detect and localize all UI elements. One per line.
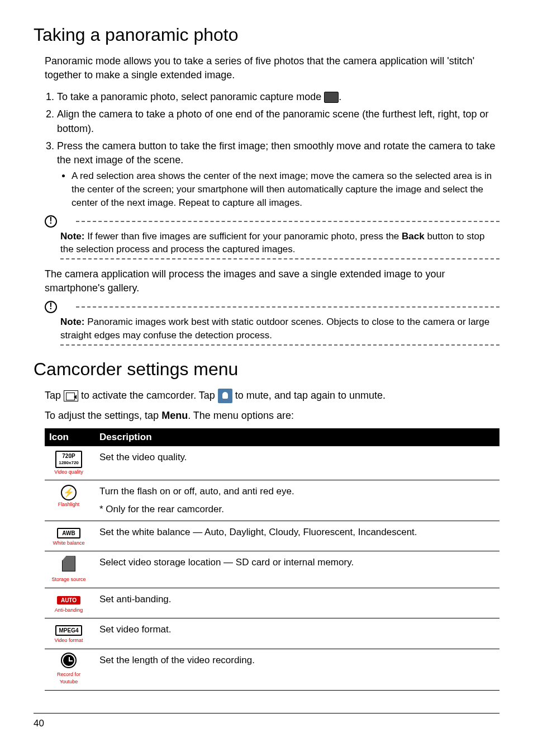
dash-line — [60, 344, 499, 346]
step-1-text-b: . — [339, 91, 341, 102]
icon-caption: Flashlight — [49, 501, 88, 508]
note1-back: Back — [402, 231, 425, 242]
badge-text: AWB — [57, 528, 80, 538]
intro-paragraph: Panoramic mode allows you to take a seri… — [45, 54, 499, 82]
icon-caption: Storage source — [49, 576, 88, 583]
dash-line — [60, 258, 499, 259]
badge-text: 720P — [62, 453, 75, 459]
icon-caption: White balance — [49, 540, 88, 547]
line1-c: to mute, and tap again to unmute. — [232, 390, 386, 401]
table-row: Record for Youtube Set the length of the… — [45, 649, 499, 690]
step-3-sublist: A red selection area shows the center of… — [72, 169, 499, 209]
note2-text: Panoramic images work best with static o… — [60, 316, 489, 341]
table-header-desc: Description — [95, 428, 499, 446]
camcorder-icon — [64, 390, 78, 401]
desc-cell: Set the length of the video recording. — [95, 649, 499, 690]
desc-line2: * Only for the rear camcorder. — [99, 503, 495, 516]
desc-cell: Set the white balance — Auto, Daylight, … — [95, 521, 499, 551]
anti-banding-icon: AUTO Anti-banding — [49, 593, 88, 613]
table-row: AUTO Anti-banding Set anti-banding. — [45, 588, 499, 618]
icon-caption: Record for Youtube — [49, 671, 88, 685]
flashlight-icon: ⚡ Flashlight — [49, 485, 88, 508]
badge-text: MPEG4 — [55, 625, 82, 636]
desc-cell: Select video storage location — SD card … — [95, 551, 499, 588]
badge-text2: 1280x720 — [59, 460, 79, 465]
note-block-2: Note: Panoramic images work best with st… — [45, 301, 499, 346]
mute-icon — [218, 389, 232, 403]
video-quality-icon: 720P1280x720 Video quality — [49, 451, 88, 475]
step-2: Align the camera to take a photo of one … — [57, 107, 499, 135]
table-header-icon: Icon — [45, 428, 95, 446]
desc-cell: Set anti-banding. — [95, 588, 499, 618]
desc-cell: Set video format. — [95, 618, 499, 649]
desc-line1: Turn the flash on or off, auto, and anti… — [99, 485, 495, 498]
note1-label: Note: — [60, 231, 84, 242]
step-3: Press the camera button to take the firs… — [57, 139, 499, 210]
line2-menu: Menu — [161, 410, 188, 421]
note-block-1: Note: If fewer than five images are suff… — [45, 215, 499, 260]
storage-source-icon: Storage source — [49, 556, 88, 583]
white-balance-icon: AWB White balance — [49, 526, 88, 546]
note1-text-a: If fewer than five images are sufficient… — [84, 231, 402, 242]
record-youtube-icon: Record for Youtube — [49, 654, 88, 686]
dash-line — [76, 221, 499, 222]
para-after-note: The camera application will process the … — [45, 267, 499, 295]
settings-table: Icon Description 720P1280x720 Video qual… — [45, 428, 499, 690]
camcorder-line2: To adjust the settings, tap Menu. The me… — [45, 409, 499, 423]
icon-caption: Anti-banding — [49, 607, 88, 614]
video-format-icon: MPEG4 Video format — [49, 623, 88, 644]
line1-b: to activate the camcorder. Tap — [78, 390, 218, 401]
note-icon — [45, 215, 57, 228]
panoramic-mode-icon — [324, 92, 339, 103]
line2-b: . The menu options are: — [188, 410, 294, 421]
badge-text: AUTO — [57, 596, 80, 604]
steps-list: To take a panoramic photo, select panora… — [57, 90, 499, 209]
line2-a: To adjust the settings, tap — [45, 410, 161, 421]
note-icon — [45, 301, 57, 313]
step-1-text-a: To take a panoramic photo, select panora… — [57, 91, 324, 102]
table-row: AWB White balance Set the white balance … — [45, 521, 499, 551]
desc-cell: Set the video quality. — [95, 446, 499, 480]
line1-a: Tap — [45, 390, 64, 401]
section-heading-camcorder: Camcorder settings menu — [34, 357, 499, 382]
step-1: To take a panoramic photo, select panora… — [57, 90, 499, 104]
table-row: ⚡ Flashlight Turn the flash on or off, a… — [45, 480, 499, 521]
page-number: 40 — [34, 713, 499, 730]
table-row: Storage source Select video storage loca… — [45, 551, 499, 588]
step-3-text: Press the camera button to take the firs… — [57, 140, 495, 166]
table-row: 720P1280x720 Video quality Set the video… — [45, 446, 499, 480]
section-heading-panoramic: Taking a panoramic photo — [34, 22, 499, 48]
desc-cell: Turn the flash on or off, auto, and anti… — [95, 480, 499, 521]
icon-caption: Video quality — [49, 469, 88, 476]
table-row: MPEG4 Video format Set video format. — [45, 618, 499, 649]
note2-label: Note: — [60, 316, 84, 327]
icon-caption: Video format — [49, 637, 88, 644]
dash-line — [76, 306, 499, 308]
camcorder-line1: Tap to activate the camcorder. Tap to mu… — [45, 389, 499, 403]
step-3-bullet: A red selection area shows the center of… — [72, 169, 499, 209]
